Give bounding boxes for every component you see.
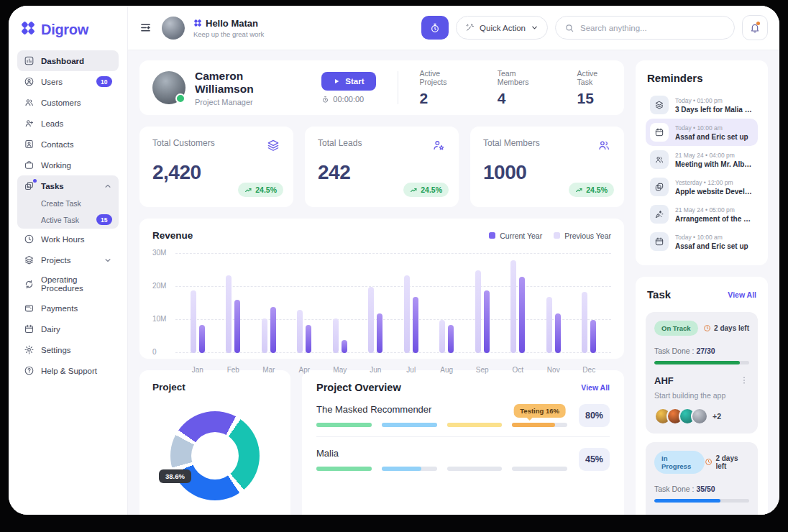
bar-previous-year[interactable]: [439, 320, 445, 353]
user-avatar[interactable]: [162, 17, 185, 40]
customers-icon: [650, 150, 669, 169]
avatar[interactable]: [691, 408, 708, 425]
bar-current-year[interactable]: [413, 297, 418, 353]
bar-current-year[interactable]: [234, 300, 240, 353]
bar-previous-year[interactable]: [546, 297, 552, 353]
sidebar-item-projects[interactable]: Projects: [17, 249, 119, 270]
sidebar-item-label: Users: [41, 78, 63, 86]
play-icon: [333, 78, 340, 85]
bar-group-dec[interactable]: Dec: [582, 254, 596, 353]
search-input[interactable]: [580, 24, 725, 32]
sidebar-collapse-icon[interactable]: [139, 22, 152, 34]
sidebar-item-settings[interactable]: Settings: [17, 339, 119, 360]
bar-current-year[interactable]: [590, 320, 596, 353]
bar-group-nov[interactable]: Nov: [546, 254, 561, 353]
task-card-ahf[interactable]: On Track 2 days left Task Done : 27/30 A…: [646, 312, 758, 434]
sidebar-subitem-create-task[interactable]: Create Task: [17, 196, 119, 211]
bar-current-year[interactable]: [555, 313, 561, 353]
stat-value: 1000: [483, 161, 611, 184]
layers-icon: [24, 254, 35, 265]
profile-avatar[interactable]: [152, 71, 185, 104]
bar-group-jun[interactable]: Jun: [368, 254, 382, 353]
notifications-button[interactable]: [742, 15, 768, 40]
bar-current-year[interactable]: [199, 325, 205, 353]
sidebar-item-working[interactable]: Working: [17, 155, 119, 175]
bar-group-jul[interactable]: Jul: [404, 254, 418, 353]
kebab-menu-icon[interactable]: [739, 513, 749, 515]
chevron-down-icon[interactable]: [104, 256, 112, 265]
help-icon: [24, 365, 35, 376]
sidebar-item-leads[interactable]: Leads: [17, 113, 119, 134]
progress-segment: [512, 467, 567, 471]
sidebar-item-dairy[interactable]: Dairy: [17, 318, 119, 339]
bar-previous-year[interactable]: [582, 292, 587, 353]
quick-action-button[interactable]: Quick Action: [456, 16, 548, 40]
calendar-icon: [24, 324, 35, 334]
bar-previous-year[interactable]: [333, 318, 339, 353]
sidebar-item-users[interactable]: Users 10: [17, 71, 119, 92]
overview-row-the-masked-recommender[interactable]: The Masked Recommender T: [316, 393, 610, 436]
task-view-all-link[interactable]: View All: [728, 290, 756, 299]
bar-current-year[interactable]: [519, 277, 525, 353]
sidebar: Digrow Dashboard Users 10 Customers Lead…: [9, 6, 128, 515]
layers-icon: [650, 96, 669, 114]
bar-previous-year[interactable]: [297, 310, 303, 353]
task-title: AHF: [654, 375, 674, 387]
bar-current-year[interactable]: [484, 290, 490, 353]
chart-y-axis: 30M20M10M0: [152, 254, 175, 353]
bar-previous-year[interactable]: [510, 260, 516, 353]
kebab-menu-icon[interactable]: [739, 375, 749, 385]
bar-previous-year[interactable]: [368, 287, 374, 353]
sidebar-item-dashboard[interactable]: Dashboard: [17, 50, 119, 71]
reminder-item[interactable]: Today • 10:00 am Assaf and Eric set up: [646, 228, 758, 255]
notification-dot: [756, 22, 760, 25]
bar-group-jan[interactable]: Jan: [191, 254, 205, 353]
reminder-item[interactable]: 21 May 24 • 05:00 pm Arrangement of the …: [646, 201, 758, 228]
progress-segment: [382, 423, 437, 427]
donut-chart[interactable]: [170, 411, 260, 500]
sidebar-item-operating-procedures[interactable]: Operating Procedures: [17, 270, 119, 298]
bottom-row: Project 38.6% Project Overview View All: [139, 370, 624, 515]
reminder-item[interactable]: Today • 01:00 pm 3 Days left for Malia W…: [646, 91, 758, 119]
bar-previous-year[interactable]: [475, 270, 481, 353]
bar-previous-year[interactable]: [191, 290, 196, 353]
bar-current-year[interactable]: [448, 325, 454, 353]
bar-group-oct[interactable]: Oct: [510, 254, 525, 353]
change-badge: 24.5%: [238, 183, 283, 197]
reminder-item[interactable]: 21 May 24 • 04:00 pm Meeting with Mr. Al…: [646, 146, 758, 173]
bar-group-apr[interactable]: Apr: [297, 254, 311, 353]
bar-group-aug[interactable]: Aug: [439, 254, 454, 353]
sidebar-item-work-hours[interactable]: Work Hours: [17, 229, 119, 249]
reminder-item[interactable]: Yesterday • 12:00 pm Apple website Devel…: [646, 173, 758, 201]
sidebar-item-help-support[interactable]: Help & Support: [17, 360, 119, 381]
start-timer-button[interactable]: Start: [321, 72, 375, 91]
sidebar-item-tasks[interactable]: Tasks: [17, 175, 119, 196]
reminder-item[interactable]: Today • 10:00 am Assaf and Eric set up: [646, 119, 758, 146]
chevron-up-icon[interactable]: [104, 182, 112, 191]
bar-group-feb[interactable]: Feb: [226, 254, 240, 353]
sidebar-item-payments[interactable]: Payments: [17, 298, 119, 318]
bar-current-year[interactable]: [270, 307, 276, 353]
sidebar-item-label: Dairy: [41, 325, 60, 334]
bar-group-may[interactable]: May: [333, 254, 347, 353]
stat-value: 242: [318, 161, 446, 184]
sidebar-item-customers[interactable]: Customers: [17, 92, 119, 113]
bar-previous-year[interactable]: [226, 275, 232, 353]
bar-group-sep[interactable]: Sep: [475, 254, 490, 353]
bar-group-mar[interactable]: Mar: [262, 254, 276, 353]
brand-logo[interactable]: Digrow: [17, 20, 119, 50]
bar-current-year[interactable]: [306, 325, 311, 353]
overview-row-malia[interactable]: Malia: [316, 436, 610, 480]
digrow-mini-logo-icon: [193, 19, 202, 27]
bar-previous-year[interactable]: [404, 275, 410, 353]
sidebar-item-label: Working: [41, 161, 71, 170]
bar-current-year[interactable]: [342, 340, 347, 353]
bar-previous-year[interactable]: [262, 318, 267, 353]
overview-view-all-link[interactable]: View All: [581, 383, 610, 392]
timer-button[interactable]: [421, 16, 449, 40]
sidebar-subitem-active-task[interactable]: Active Task 15: [17, 211, 119, 229]
bar-current-year[interactable]: [377, 313, 382, 353]
dashboard-icon: [24, 55, 35, 66]
task-card-adv-glazer-image-website[interactable]: In Progress 2 days left Task Done : 35/5…: [646, 442, 758, 515]
sidebar-item-contacts[interactable]: Contacts: [17, 134, 119, 155]
